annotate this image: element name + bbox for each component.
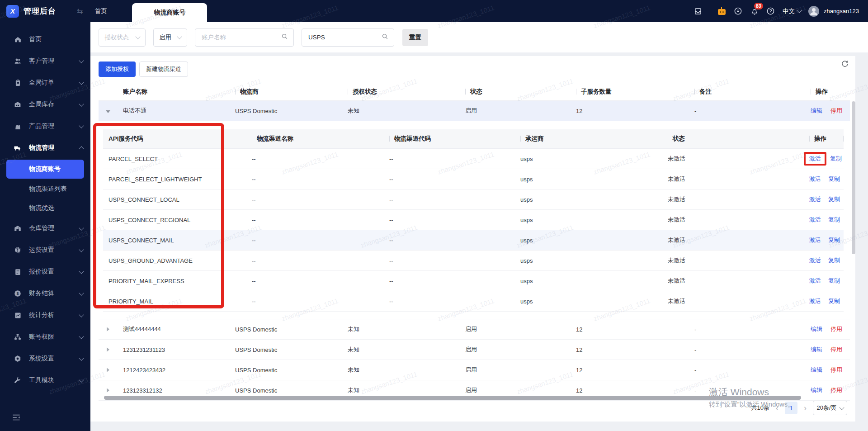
sidebar-item-logistics[interactable]: 物流管理 [0,137,90,159]
copy-link[interactable]: 复制 [828,216,840,223]
sidebar-subitem-item[interactable]: 物流优选 [0,199,90,218]
disable-link[interactable]: 停用 [830,326,842,332]
sub-cell-actions: 激活复制 [804,169,844,189]
sidebar-item-label: 客户管理 [29,57,80,65]
tab-home[interactable]: 首页 [94,7,107,15]
sidebar-item-label: 工具模块 [29,376,80,384]
inventory-icon [14,100,22,109]
sub-cell-channel-name: -- [246,271,384,291]
sub-table-row: PARCEL_SELECT----usps未激活激活复制 [103,149,844,169]
robot-icon[interactable] [717,7,726,16]
vertical-scrollbar[interactable] [852,101,855,254]
keyword-input[interactable] [307,33,382,41]
sub-cell-channel-code: -- [384,271,515,291]
avatar[interactable] [808,6,819,17]
cell-account: 电话不通 [118,101,231,121]
reset-button[interactable]: 重置 [402,29,428,46]
add-auth-button[interactable]: 添加授权 [99,62,136,77]
copy-link[interactable]: 复制 [828,175,840,182]
sidebar-item-home[interactable]: 首页 [0,28,90,50]
collapse-caret-icon[interactable] [106,110,110,113]
pagination-next-icon[interactable]: › [804,404,807,412]
username[interactable]: zhangsan123 [824,8,859,14]
page-size-select[interactable]: 20条/页 [813,401,847,415]
swap-icon[interactable]: ⇆ [77,7,83,15]
activate-link[interactable]: 激活 [809,257,821,264]
copy-link[interactable]: 复制 [828,257,840,264]
sidebar-item-finance[interactable]: $财务结算 [0,283,90,304]
sub-cell-status: 未激活 [662,251,804,271]
sub-table-row: PARCEL_SELECT_LIGHTWEIGHT----usps未激活激活复制 [103,169,844,189]
copy-link[interactable]: 复制 [828,298,840,304]
sidebar-item-users[interactable]: 客户管理 [0,50,90,72]
sidebar-item-permissions[interactable]: 账号权限 [0,326,90,348]
expand-caret-icon[interactable] [107,327,109,332]
activate-link[interactable]: 激活 [809,216,821,223]
expand-caret-icon[interactable] [107,347,109,352]
copy-link[interactable]: 复制 [830,155,842,162]
sidebar-item-inventory[interactable]: 全局库存 [0,94,90,115]
activate-link[interactable]: 激活 [809,277,821,284]
sidebar-subitem-item[interactable]: 物流渠道列表 [0,180,90,199]
enabled-select[interactable]: 启用 [153,28,187,47]
chevron-down-icon [797,8,802,13]
copy-link[interactable]: 复制 [828,237,840,243]
copy-link[interactable]: 复制 [828,196,840,203]
search-icon[interactable] [281,33,288,42]
finance-icon: $ [14,289,22,298]
sidebar-item-quotes[interactable]: 报价设置 [0,261,90,283]
cell-status: 启用 [461,360,571,380]
sidebar-item-analytics[interactable]: 统计分析 [0,304,90,326]
sidebar-item-system[interactable]: 系统设置 [0,348,90,369]
edit-link[interactable]: 编辑 [811,366,822,373]
expand-caret-icon[interactable] [107,368,109,372]
sidebar-item-warehouse[interactable]: 仓库管理 [0,218,90,239]
pagination-page-1[interactable]: 1 [785,402,797,414]
activate-link[interactable]: 激活 [809,196,821,203]
app-logo-icon[interactable]: X [6,5,19,18]
sub-cell-actions: 激活复制 [804,230,844,251]
activate-link[interactable]: 激活 [809,175,821,182]
chevron-down-icon [79,290,84,295]
edit-link[interactable]: 编辑 [811,387,822,393]
sub-table-row: USPS_CONNECT_REGIONAL----usps未激活激活复制 [103,210,844,230]
edit-link[interactable]: 编辑 [811,107,822,114]
copy-link[interactable]: 复制 [828,277,840,284]
column-header: 物流商 [231,83,343,101]
disable-link[interactable]: 停用 [830,107,842,114]
bell-icon[interactable]: 83 [750,7,759,16]
download-icon[interactable] [734,7,743,16]
column-header: 子服务数量 [571,83,690,101]
help-icon[interactable] [766,7,775,16]
pagination-prev-icon[interactable]: ‹ [776,404,778,412]
accounts-table: 账户名称物流商授权状态状态子服务数量备注操作电话不通USPS Domestic未… [99,83,850,401]
activate-link[interactable]: 激活 [809,237,821,243]
tab-logistics-account[interactable]: 物流商账号 [132,3,207,22]
expand-caret-icon[interactable] [107,388,109,393]
inbox-icon[interactable] [693,7,703,16]
sub-cell-channel-name: -- [246,189,384,210]
language-select[interactable]: 中文 [783,7,801,15]
activate-link[interactable]: 激活 [809,298,821,304]
account-name-input[interactable] [201,33,281,41]
disable-link[interactable]: 停用 [830,387,842,393]
sub-cell-carrier: usps [515,251,662,271]
new-channel-button[interactable]: 新建物流渠道 [139,62,188,77]
expanded-panel-row: API服务代码物流渠道名称物流渠道代码承运商状态操作PARCEL_SELECT-… [99,121,850,319]
sidebar-collapse-icon[interactable] [12,413,21,424]
disable-link[interactable]: 停用 [830,346,842,353]
cell-note: - [690,360,806,380]
search-icon[interactable] [382,33,388,42]
auth-status-select[interactable]: 授权状态 [99,28,146,47]
disable-link[interactable]: 停用 [830,366,842,373]
activate-link[interactable]: 激活 [809,155,821,162]
horizontal-scrollbar[interactable] [104,396,801,400]
sidebar-item-freight[interactable]: 运费设置 [0,239,90,261]
edit-link[interactable]: 编辑 [811,346,822,353]
refresh-icon[interactable] [841,60,849,70]
sidebar-item-orders[interactable]: 全局订单 [0,72,90,94]
sidebar-item-products[interactable]: 产品管理 [0,115,90,137]
sidebar-item-tools[interactable]: 工具模块 [0,369,90,391]
sidebar-subitem-active[interactable]: 物流商账号 [6,160,84,179]
edit-link[interactable]: 编辑 [811,326,822,332]
